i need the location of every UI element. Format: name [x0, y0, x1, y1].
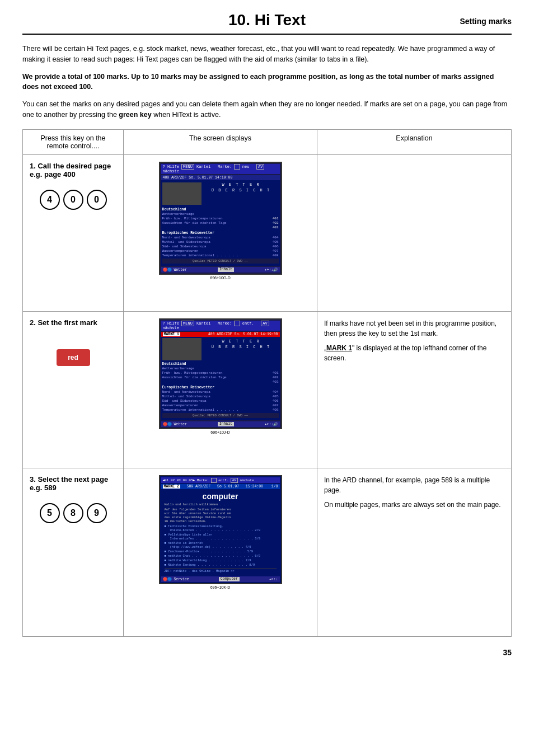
screen-image-2 — [162, 338, 202, 360]
screen-wrapper-2: ? Hilfe MENU Kartei Marke: entf. AV näch… — [159, 318, 282, 434]
step-label-1: 1. Call the desired pagee.g. page 400 — [30, 162, 116, 179]
step-label-3: 3. Select the next pagee.g. 589 — [30, 475, 116, 492]
screen-section-de: Deutschland — [162, 208, 279, 212]
screen-comp-welcome: Hallo und herzlich willkommen . . . — [165, 503, 277, 506]
explanation-3-1: In the ARD channel, for example, page 58… — [324, 475, 504, 495]
key-5: 5 — [40, 503, 60, 523]
screen-wrapper-3: ◀01 02 03 04 05▶ Marke: entf. AV nächste… — [159, 475, 282, 590]
key-8: 8 — [63, 503, 83, 523]
screen-title-wetter: W E T T E R — [204, 182, 279, 187]
screen-wrapper-1: ? Hilfe MENU Kartei Marke: neu AV nächst… — [159, 162, 282, 280]
red-key-button: red — [57, 349, 90, 366]
screen-ref-2: 696+10J-D — [210, 430, 229, 434]
screen-comp-item1: ■ Technische Mindestausstattung, Online-… — [165, 524, 277, 532]
table-row-2: 2. Set the first mark red ? Hilfe MENU K… — [23, 312, 511, 468]
main-table: Press this key on the remote control....… — [22, 129, 512, 637]
page-title: 10. Hi Text — [101, 11, 433, 29]
screen-comp-item2: ■ Vollständige Liste aller Internetcafes… — [165, 533, 277, 541]
col-left-2: 2. Set the first mark red — [23, 312, 124, 468]
screen-title-ubersicht2: Ü B E R S I C H T — [204, 345, 279, 349]
screen-item-2-6: Mittel- und Südosteuropa405 — [162, 395, 279, 398]
screen-section-eu: Europäisches Reisewetter — [162, 231, 279, 235]
table-header-row: Press this key on the remote control....… — [23, 130, 511, 155]
screen-comp-info: Auf den folgenden Seiten informierenwir … — [165, 508, 277, 524]
col-right-3: In the ARD channel, for example, page 58… — [317, 468, 511, 636]
screen-comp-zdf: ZDF: netNite – das Online – Magazin >> — [165, 568, 277, 573]
col-right-2: If marks have not yet been set in this p… — [317, 312, 511, 468]
screen-item-2: Früh- bzw. Mittagstemperaturen401 — [162, 217, 279, 220]
screen-comp-item4: ■ Zuschauer-Postbox. . . . . . . . . . .… — [165, 550, 277, 553]
screen-item-5: Nord- und Nordwesteuropa404 — [162, 236, 279, 240]
screen-item-2-9: Temperaturen international . . . . . .40… — [162, 408, 279, 412]
col-mid-2: ? Hilfe MENU Kartei Marke: entf. AV näch… — [124, 312, 317, 468]
screen-item-1: Wettervorhersage — [162, 212, 279, 216]
screen-section-eu2: Europäisches Reisewetter — [162, 386, 279, 389]
screen-2: ? Hilfe MENU Kartei Marke: entf. AV näch… — [159, 318, 282, 429]
screen-topbar-3: ◀01 02 03 04 05▶ Marke: entf. AV nächste — [161, 477, 280, 483]
screen-comp-item7: ■ Nächste Sendung . . . . . . . . . . . … — [165, 563, 277, 567]
screen-comp-item5: ■ netNite Chat . . . . . . . . . . . . .… — [165, 554, 277, 558]
screen-bottombar-2: 🔴🔵 Wetter Inhalt ✦➤↑↓🔊 — [161, 421, 280, 427]
screen-section-de2: Deutschland — [162, 362, 279, 366]
explanation-2-2: „MARK 1" is displayed at the top lefthan… — [324, 343, 504, 363]
screen-item-2-4: 403 — [162, 380, 279, 384]
screen-item-7: Süd- und Südwesteuropa406 — [162, 245, 279, 248]
key-group-1: 4 0 0 — [30, 190, 116, 210]
col-mid-3: ◀01 02 03 04 05▶ Marke: entf. AV nächste… — [124, 468, 317, 636]
screen-topbar-1: ? Hilfe MENU Kartei Marke: neu AV nächst… — [161, 164, 280, 174]
intro-para2: We provide a total of 100 marks. Up to 1… — [22, 72, 512, 93]
screen-item-2-2: Früh- bzw. Mittagstemperaturen401 — [162, 371, 279, 375]
col-mid-1: ? Hilfe MENU Kartei Marke: neu AV nächst… — [124, 155, 317, 311]
screen-comp-item3: ■ netNite im Internet (http://www.zdfmsn… — [165, 541, 277, 549]
screen-bottombar-1: 🔴🔵 Wetter Inhalt ✦➤↑↓🔊 — [161, 267, 280, 273]
step-label-2: 2. Set the first mark — [30, 318, 116, 327]
section-title: Setting marks — [433, 11, 512, 26]
screen-item-2-8: Wassertemperaturen407 — [162, 403, 279, 407]
col-header-mid: The screen displays — [124, 130, 317, 154]
page-number: 35 — [22, 648, 512, 657]
screen-topbar-2: ? Hilfe MENU Kartei Marke: entf. AV näch… — [161, 321, 280, 331]
key-9: 9 — [87, 503, 107, 523]
screen-item-4: 403 — [162, 226, 279, 229]
screen-image-1 — [162, 182, 202, 205]
screen-comp-title: computer — [162, 492, 279, 501]
table-row: 1. Call the desired pagee.g. page 400 4 … — [23, 155, 511, 312]
screen-ref-3: 696+10K-D — [210, 585, 231, 589]
page-header: 10. Hi Text Setting marks — [22, 11, 512, 35]
explanation-2-1: If marks have not yet been set in this p… — [324, 318, 504, 339]
screen-1: ? Hilfe MENU Kartei Marke: neu AV nächst… — [159, 162, 282, 275]
screen-bottombar-3: 🔴🔵 Service Computer ✦➤↑↓ — [161, 576, 280, 582]
explanation-3-2: On multiple pages, marks are always set … — [324, 500, 504, 510]
col-left-3: 3. Select the next pagee.g. 589 5 8 9 — [23, 468, 124, 636]
screen-item-2-5: Nord- und Nordwesteuropa404 — [162, 390, 279, 394]
intro-para3: You can set the marks on any desired pag… — [22, 99, 512, 120]
source-bar-1: Quelle: METEO CONSULT / DWD —— — [162, 259, 279, 264]
screen-item-6: Mittel- und Südosteuropa405 — [162, 240, 279, 244]
key-0a: 0 — [63, 190, 83, 210]
col-right-1 — [317, 155, 511, 311]
key-0b: 0 — [87, 190, 107, 210]
table-row-3: 3. Select the next pagee.g. 589 5 8 9 ◀0… — [23, 468, 511, 636]
screen-ref-1: 696+10G-D — [210, 276, 230, 280]
intro-para1: There will be certain Hi Text pages, e.g… — [22, 44, 512, 65]
screen-item-2-1: Wettervorhersage — [162, 367, 279, 370]
col-header-right: Explanation — [317, 130, 511, 154]
screen-title-wetter2: W E T T E R — [204, 339, 279, 344]
source-bar-2: Quelle: METEO CONSULT / DWD —— — [162, 413, 279, 418]
screen-title-ubersicht: Ü B E R S I C H T — [204, 188, 279, 192]
screen-item-3: Aussichten für die nächsten Tage402 — [162, 221, 279, 225]
screen-item-2-3: Aussichten für die nächsten Tage402 — [162, 375, 279, 379]
screen-comp-item6: ■ netNite Weiterbildung . . . . . . . . … — [165, 558, 277, 562]
screen-item-9: Temperaturen international . . . . . .40… — [162, 253, 279, 257]
key-4: 4 — [40, 190, 60, 210]
col-left-1: 1. Call the desired pagee.g. page 400 4 … — [23, 155, 124, 311]
screen-item-2-7: Süd- und Südwesteuropa406 — [162, 399, 279, 403]
key-group-3: 5 8 9 — [30, 503, 116, 523]
col-header-left: Press this key on the remote control.... — [23, 130, 124, 154]
screen-item-8: Wassertemperaturen407 — [162, 249, 279, 253]
screen-3: ◀01 02 03 04 05▶ Marke: entf. AV nächste… — [159, 475, 282, 585]
